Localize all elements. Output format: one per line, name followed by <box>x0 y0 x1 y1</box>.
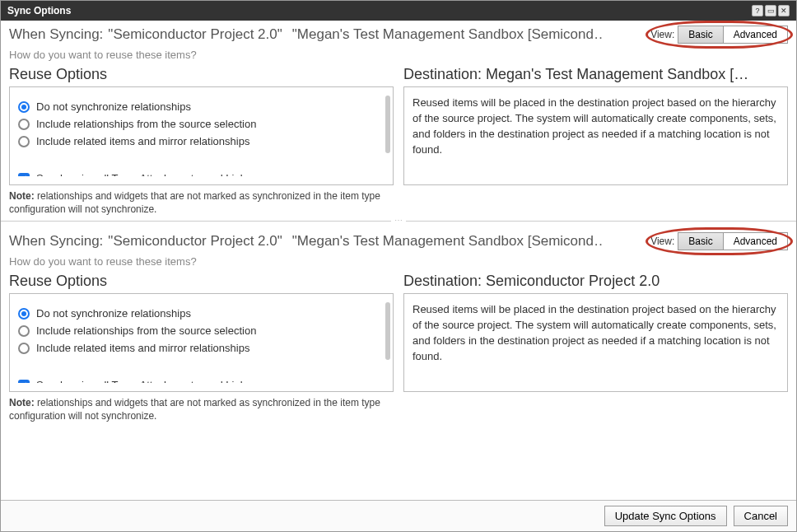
reuse-subquestion: How do you want to reuse these items? <box>9 49 788 61</box>
sync-source-project: "Semiconductor Project 2.0" <box>108 233 282 250</box>
minimize-icon[interactable]: ▭ <box>765 5 776 16</box>
destination-panel: Reused items will be placed in the desti… <box>403 293 788 392</box>
help-icon[interactable]: ? <box>752 5 763 16</box>
window-buttons: ? ▭ ✕ <box>752 5 790 16</box>
radio-label: Include relationships from the source se… <box>36 118 256 130</box>
cancel-button[interactable]: Cancel <box>734 506 788 526</box>
destination-heading: Destination: Megan's Test Management San… <box>403 66 788 83</box>
titlebar: Sync Options ? ▭ ✕ <box>1 1 796 21</box>
radio-include-source-rel[interactable]: Include relationships from the source se… <box>18 324 383 337</box>
radio-icon[interactable] <box>18 308 30 320</box>
view-label: View: <box>650 29 674 40</box>
radio-icon[interactable] <box>18 343 30 354</box>
view-label: View: <box>650 236 674 247</box>
reuse-options-panel: Do not synchronize relationships Include… <box>9 293 394 392</box>
view-basic-button[interactable]: Basic <box>678 233 722 250</box>
view-toggle-in: View: Basic Advanced <box>650 232 788 250</box>
radio-icon[interactable] <box>18 119 30 130</box>
update-sync-options-button[interactable]: Update Sync Options <box>604 506 727 526</box>
destination-panel: Reused items will be placed in the desti… <box>403 86 788 185</box>
reuse-options-panel: Do not synchronize relationships Include… <box>9 86 394 185</box>
radio-no-sync-rel[interactable]: Do not synchronize relationships <box>18 307 383 320</box>
view-toggle-out: View: Basic Advanced <box>650 26 788 44</box>
dialog-content: When Syncing: "Semiconductor Project 2.0… <box>1 21 796 500</box>
sync-label: When Syncing: <box>9 233 103 250</box>
radio-include-source-rel[interactable]: Include relationships from the source se… <box>18 118 383 130</box>
radio-icon[interactable] <box>18 101 30 113</box>
reuse-note: Note: relationships and widgets that are… <box>9 190 394 216</box>
view-advanced-button[interactable]: Advanced <box>723 26 787 43</box>
radio-no-sync-rel[interactable]: Do not synchronize relationships <box>18 100 383 113</box>
radio-label: Do not synchronize relationships <box>36 307 191 320</box>
reuse-subquestion: How do you want to reuse these items? <box>9 255 788 268</box>
sync-direction-header-in: When Syncing: "Semiconductor Project 2.0… <box>9 233 602 250</box>
radio-mirror-rel[interactable]: Include related items and mirror relatio… <box>18 135 383 147</box>
destination-text: Reused items will be placed in the desti… <box>412 96 779 157</box>
view-advanced-button[interactable]: Advanced <box>723 233 787 250</box>
destination-text: Reused items will be placed in the desti… <box>412 302 779 364</box>
horizontal-divider[interactable] <box>1 221 796 227</box>
sync-direction-header-out: When Syncing: "Semiconductor Project 2.0… <box>9 26 602 43</box>
reuse-options-heading: Reuse Options <box>9 273 394 290</box>
close-icon[interactable]: ✕ <box>778 5 790 16</box>
check-sync-tags-attach-links[interactable]: ✓ Synchronize all Tags, Attachments, and… <box>18 379 383 383</box>
reuse-note: Note: relationships and widgets that are… <box>9 397 394 422</box>
checkbox-label: Synchronize all Tags, Attachments, and L… <box>36 172 251 176</box>
sync-source-project: "Semiconductor Project 2.0" <box>108 26 282 43</box>
radio-label: Include related items and mirror relatio… <box>36 135 249 147</box>
sync-block-outbound: When Syncing: "Semiconductor Project 2.0… <box>1 21 796 221</box>
radio-label: Do not synchronize relationships <box>36 100 191 113</box>
view-basic-button[interactable]: Basic <box>678 26 722 43</box>
scrollbar-icon[interactable] <box>385 96 390 153</box>
checkbox-icon[interactable]: ✓ <box>18 380 30 384</box>
reuse-options-heading: Reuse Options <box>9 66 394 83</box>
checkbox-icon[interactable]: ✓ <box>18 173 30 177</box>
sync-label: When Syncing: <box>9 26 103 43</box>
radio-icon[interactable] <box>18 325 30 337</box>
radio-label: Include related items and mirror relatio… <box>36 342 249 354</box>
sync-dest-project: "Megan's Test Management Sandbox [Semico… <box>292 233 602 250</box>
checkbox-label: Synchronize all Tags, Attachments, and L… <box>36 379 251 383</box>
dialog-footer: Update Sync Options Cancel <box>1 500 796 531</box>
radio-mirror-rel[interactable]: Include related items and mirror relatio… <box>18 342 383 354</box>
sync-dest-project: "Megan's Test Management Sandbox [Semico… <box>292 26 602 43</box>
view-segmented: Basic Advanced <box>678 232 788 250</box>
radio-icon[interactable] <box>18 136 30 147</box>
check-sync-tags-attach-links[interactable]: ✓ Synchronize all Tags, Attachments, and… <box>18 172 383 176</box>
scrollbar-icon[interactable] <box>385 302 390 360</box>
view-segmented: Basic Advanced <box>678 26 788 44</box>
sync-block-inbound: When Syncing: "Semiconductor Project 2.0… <box>1 227 796 427</box>
radio-label: Include relationships from the source se… <box>36 324 256 337</box>
window-title: Sync Options <box>7 5 71 16</box>
destination-heading: Destination: Semiconductor Project 2.0 <box>403 273 788 290</box>
